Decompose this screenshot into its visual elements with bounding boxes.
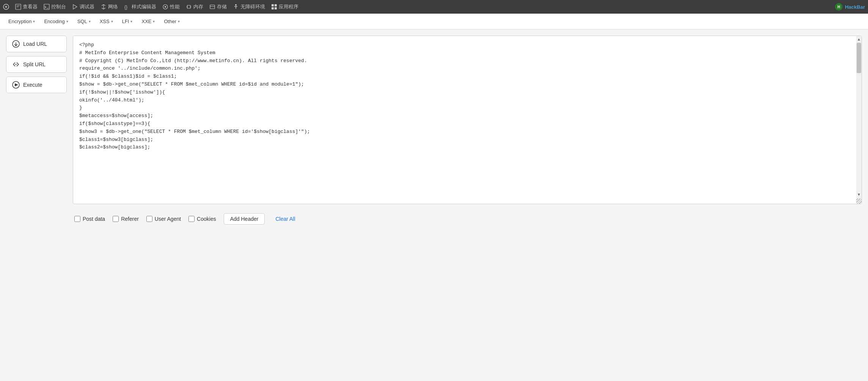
svg-rect-13: [275, 7, 277, 9]
encryption-chevron-icon: ▾: [33, 19, 35, 23]
lfi-label: LFI: [122, 19, 129, 24]
svg-marker-16: [15, 83, 18, 86]
sql-chevron-icon: ▾: [89, 19, 91, 23]
cookies-checkbox-item[interactable]: Cookies: [188, 216, 216, 222]
storage-label: 存储: [217, 3, 227, 10]
encoding-label: Encoding: [44, 19, 64, 24]
referer-checkbox-item[interactable]: Referer: [113, 216, 139, 222]
toolbar-inspector[interactable]: 查看器: [15, 3, 38, 10]
svg-rect-7: [210, 5, 215, 9]
execute-button[interactable]: Execute: [6, 77, 67, 93]
toolbar-style-editor[interactable]: {} 样式编辑器: [124, 3, 156, 10]
toolbar-network[interactable]: 网络: [100, 3, 118, 10]
hackbar-avatar: H: [835, 3, 843, 11]
hackbar-text: HackBar: [845, 4, 865, 10]
menu-encryption[interactable]: Encryption ▾: [5, 17, 39, 26]
cookies-checkbox[interactable]: [188, 216, 195, 222]
referer-label: Referer: [121, 216, 139, 222]
user-agent-checkbox[interactable]: [146, 216, 152, 222]
accessibility-label: 无障碍环境: [240, 3, 265, 10]
network-label: 网络: [108, 3, 118, 10]
toolbar-performance[interactable]: 性能: [162, 3, 180, 10]
menu-other[interactable]: Other ▾: [160, 17, 184, 26]
svg-rect-10: [272, 4, 274, 6]
toolbar-debugger[interactable]: 调试器: [72, 3, 94, 10]
sql-label: SQL: [77, 19, 87, 24]
xss-chevron-icon: ▾: [111, 19, 113, 23]
post-data-checkbox[interactable]: [74, 216, 80, 222]
toolbar-storage[interactable]: 存储: [209, 3, 227, 10]
user-agent-label: User Agent: [155, 216, 181, 222]
application-label: 应用程序: [279, 3, 298, 10]
encryption-label: Encryption: [8, 19, 31, 24]
menu-sql[interactable]: SQL ▾: [74, 17, 94, 26]
encoding-chevron-icon: ▾: [66, 19, 68, 23]
toolbar-application[interactable]: 应用程序: [271, 3, 298, 10]
code-editor[interactable]: [73, 36, 862, 203]
other-label: Other: [164, 19, 176, 24]
split-url-button[interactable]: Split URL: [6, 56, 67, 73]
svg-point-9: [235, 4, 237, 6]
lfi-chevron-icon: ▾: [130, 19, 132, 23]
scroll-down-icon[interactable]: ▼: [857, 192, 861, 197]
xss-label: XSS: [100, 19, 110, 24]
code-editor-wrapper: ▲ ▼: [73, 36, 862, 204]
scroll-up-icon[interactable]: ▲: [857, 36, 861, 42]
cookies-label: Cookies: [197, 216, 216, 222]
editor-area: ▲ ▼ Post data Referer User Agent Coo: [73, 36, 862, 375]
add-header-button[interactable]: Add Header: [224, 213, 265, 225]
hackbar[interactable]: H HackBar: [835, 3, 865, 11]
toolbar-logo[interactable]: [3, 4, 9, 10]
user-agent-checkbox-item[interactable]: User Agent: [146, 216, 181, 222]
menu-lfi[interactable]: LFI ▾: [118, 17, 137, 26]
load-url-label: Load URL: [23, 41, 47, 47]
svg-marker-3: [73, 5, 77, 9]
toolbar-memory[interactable]: 内存: [186, 3, 203, 10]
main-content: Load URL Split URL Execute ▲: [0, 30, 868, 381]
scroll-thumb[interactable]: [857, 43, 861, 73]
style-editor-label: 样式编辑器: [132, 3, 156, 10]
top-toolbar: 查看器 控制台 调试器 网络 {} 样式编辑器 性能 内存 存储 无障碍环境 应…: [0, 0, 868, 14]
add-header-label: Add Header: [230, 216, 259, 222]
menu-xss[interactable]: XSS ▾: [96, 17, 117, 26]
memory-label: 内存: [193, 3, 203, 10]
menu-encoding[interactable]: Encoding ▾: [40, 17, 72, 26]
toolbar-accessibility[interactable]: 无障碍环境: [233, 3, 265, 10]
split-url-icon: [12, 60, 20, 69]
load-url-icon: [12, 40, 20, 48]
clear-all-label: Clear All: [275, 216, 295, 222]
xxe-label: XXE: [141, 19, 151, 24]
sidebar: Load URL Split URL Execute: [6, 36, 67, 375]
svg-text:{}: {}: [124, 5, 127, 10]
svg-rect-2: [44, 4, 49, 9]
load-url-button[interactable]: Load URL: [6, 36, 67, 52]
menu-xxe[interactable]: XXE ▾: [138, 17, 159, 26]
performance-label: 性能: [170, 3, 180, 10]
referer-checkbox[interactable]: [113, 216, 119, 222]
other-chevron-icon: ▾: [178, 19, 180, 23]
post-data-checkbox-item[interactable]: Post data: [74, 216, 105, 222]
debugger-label: 调试器: [80, 3, 94, 10]
svg-rect-12: [272, 7, 274, 9]
clear-all-button[interactable]: Clear All: [272, 214, 298, 224]
post-data-label: Post data: [83, 216, 105, 222]
console-label: 控制台: [51, 3, 66, 10]
split-url-label: Split URL: [23, 61, 46, 67]
svg-point-6: [165, 6, 166, 8]
execute-icon: [12, 81, 20, 89]
footer-options: Post data Referer User Agent Cookies Add…: [73, 210, 862, 228]
toolbar-console[interactable]: 控制台: [44, 3, 66, 10]
menu-bar: Encryption ▾ Encoding ▾ SQL ▾ XSS ▾ LFI …: [0, 14, 868, 30]
xxe-chevron-icon: ▾: [153, 19, 155, 23]
inspector-label: 查看器: [23, 3, 38, 10]
scrollbar-track: ▲ ▼: [856, 36, 862, 204]
svg-rect-11: [275, 4, 277, 6]
resize-handle[interactable]: [856, 198, 862, 204]
execute-label: Execute: [23, 82, 42, 88]
